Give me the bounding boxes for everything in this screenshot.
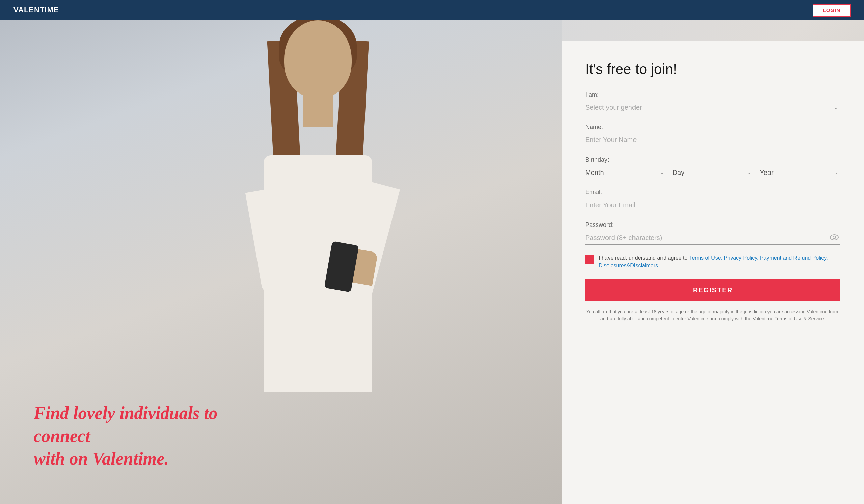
year-col: Year 2006200520042003 2000199519901985 1… — [760, 166, 840, 179]
form-title: It's free to join! — [585, 61, 840, 77]
gender-select[interactable]: Select your gender Male Female Other — [585, 101, 840, 114]
email-input[interactable] — [585, 199, 840, 212]
password-label: Password: — [585, 221, 840, 229]
header: VALENTIME LOGIN — [0, 0, 864, 20]
month-col: Month JanuaryFebruaryMarch AprilMayJune … — [585, 166, 666, 179]
gender-label: I am: — [585, 91, 840, 98]
name-group: Name: — [585, 123, 840, 147]
day-select[interactable]: Day 1234 5678 9101112 13141516 17181920 … — [673, 166, 753, 179]
password-wrapper — [585, 231, 840, 245]
birthday-label: Birthday: — [585, 156, 840, 164]
birthday-group: Birthday: Month JanuaryFebruaryMarch Apr… — [585, 156, 840, 179]
toggle-password-icon[interactable] — [830, 234, 839, 243]
name-input[interactable] — [585, 133, 840, 147]
background-area: Find lovely individuals to connect with … — [0, 20, 864, 504]
registration-panel: It's free to join! I am: Select your gen… — [562, 40, 864, 504]
email-label: Email: — [585, 189, 840, 196]
person-illustration — [230, 20, 399, 503]
register-button[interactable]: REGISTER — [585, 279, 840, 301]
tagline: Find lovely individuals to connect with … — [34, 402, 253, 470]
login-button[interactable]: LOGIN — [813, 4, 851, 16]
svg-point-0 — [830, 235, 838, 240]
hero-image-area: Find lovely individuals to connect with … — [0, 20, 562, 504]
terms-checkbox-row: I have read, understand and agree to Ter… — [585, 254, 840, 269]
terms-text: I have read, understand and agree to Ter… — [599, 254, 840, 269]
name-label: Name: — [585, 123, 840, 131]
month-select[interactable]: Month JanuaryFebruaryMarch AprilMayJune … — [585, 166, 666, 179]
terms-checkbox[interactable] — [585, 255, 594, 264]
password-group: Password: — [585, 221, 840, 245]
disclaimer-text: You affirm that you are at least 18 year… — [585, 308, 840, 322]
gender-select-wrapper: Select your gender Male Female Other — [585, 101, 840, 114]
svg-point-1 — [833, 236, 836, 239]
day-col: Day 1234 5678 9101112 13141516 17181920 … — [673, 166, 753, 179]
password-input[interactable] — [585, 231, 840, 245]
email-group: Email: — [585, 189, 840, 212]
gender-group: I am: Select your gender Male Female Oth… — [585, 91, 840, 114]
year-select[interactable]: Year 2006200520042003 2000199519901985 1… — [760, 166, 840, 179]
birthday-row: Month JanuaryFebruaryMarch AprilMayJune … — [585, 166, 840, 179]
logo: VALENTIME — [13, 6, 59, 14]
